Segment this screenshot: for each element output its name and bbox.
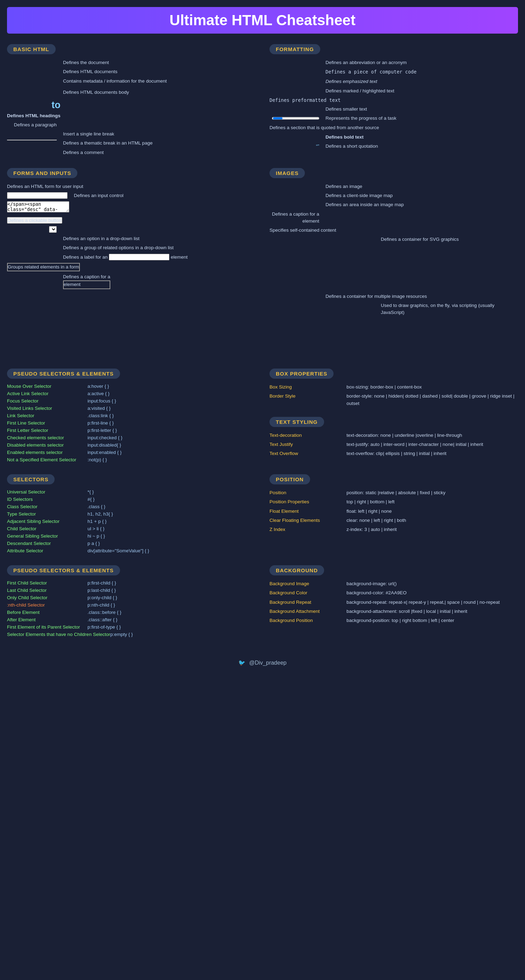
desc: clear: none | left | right | both: [347, 517, 406, 524]
desc: background-color: #2AA9EO: [347, 589, 407, 597]
sel-code: p a { }: [88, 541, 100, 546]
pseudo-code: :not(p) { }: [88, 457, 107, 462]
list-item: Only Child Selectorp:only-child { }: [7, 595, 256, 600]
desc: background-image: url(): [347, 580, 396, 587]
desc: box-sizing: border-box | content-box: [347, 383, 422, 391]
list-item: Child Selectorul > li { }: [7, 526, 256, 531]
desc: Defines an area inside an image map: [326, 201, 404, 208]
pseudo-bottom-section: PSEUDO SELECTORS & ELEMENTS First Child …: [7, 565, 256, 639]
formatting-section: FORMATTING Defines an abbreviation or an…: [269, 44, 518, 158]
table-row: Defines a drop-down list: [7, 226, 256, 233]
desc: Defines a section that is quoted from an…: [269, 125, 379, 130]
list-item: First Element of its Parent Selectorp:fi…: [7, 624, 256, 630]
pseudo-code: .class::before { }: [88, 610, 121, 615]
tag: Defines a paragraph: [7, 121, 63, 129]
list-item: Z Indexz-index: 3 | auto | inherit: [269, 526, 518, 533]
sel-code: ul > li { }: [88, 526, 104, 531]
tag: [269, 115, 326, 122]
list-item: Mouse Over Selectora:hover { }: [7, 383, 256, 389]
table-row: Defines an input control: [7, 192, 256, 199]
list-item: Background Colorbackground-color: #2AA9E…: [269, 589, 518, 597]
desc: text-justify: auto | inter-word | inter-…: [347, 441, 483, 448]
desc: Defines a label for an element: [63, 254, 188, 261]
table-row: Defines a piece of computer code: [269, 68, 518, 76]
table-row: Defines a container for multiple image r…: [269, 293, 518, 300]
list-item: Disabled elements selectorinput:disabled…: [7, 442, 256, 448]
table-row: Defines a label for an element: [7, 254, 256, 261]
table-row: Specifies self-contained content: [269, 227, 518, 234]
prop-label: Float Element: [269, 508, 347, 515]
table-row: Defines preformatted text: [269, 97, 518, 103]
desc: Used to draw graphics, on the fly, via s…: [381, 302, 518, 317]
desc: background-position: top | right bottom …: [347, 617, 454, 624]
twitter-handle: @Div_pradeep: [249, 660, 286, 666]
list-item: Position Propertiestop | right | bottom …: [269, 498, 518, 505]
table-row: Defines an HTML form for user input: [7, 183, 256, 190]
table-row: Defines an area inside an image map: [269, 201, 518, 208]
prop-label: Position: [269, 489, 347, 496]
pseudo-label: Link Selector: [7, 413, 88, 418]
desc: background-attachment: scroll |fixed | l…: [347, 608, 467, 615]
desc: top | right | bottom | left: [347, 498, 395, 505]
desc: Defines a piece of computer code: [326, 69, 417, 75]
desc: Contains metadata / information for the …: [63, 78, 167, 85]
list-item: Link Selector.class:link { }: [7, 413, 256, 418]
prop-label: Background Position: [269, 617, 347, 624]
pseudo-code: p:first-of-type { }: [88, 624, 121, 630]
list-item: First Letter Selectorp:first-letter { }: [7, 428, 256, 433]
desc: Defines HTML headings: [7, 113, 60, 118]
prop-label: Text Overflow: [269, 450, 347, 457]
list-item: Background Repeatbackground-repeat: repe…: [269, 599, 518, 606]
table-row: Defines smaller text: [269, 106, 518, 113]
prop-label: Text Justify: [269, 441, 347, 448]
basic-html-section: BASIC HTML Defines the documentDefines H…: [7, 44, 256, 158]
list-item: ID Selectors#{ }: [7, 496, 256, 502]
pseudo-code: p:only-child { }: [88, 595, 117, 600]
images-section: IMAGES Defines an imageDefines a client-…: [269, 168, 518, 359]
table-row: Defines a short quotation: [269, 143, 518, 150]
desc: Defines a comment: [63, 149, 103, 156]
prop-label: Position Properties: [269, 498, 347, 505]
desc: Represents the progress of a task: [326, 115, 396, 122]
desc: Specifies self-contained content: [269, 228, 336, 233]
twitter-icon: 🐦: [239, 660, 245, 666]
list-item: Text-decorationtext-decoration: none | u…: [269, 432, 518, 439]
prop-label: Background Color: [269, 589, 347, 597]
tag: Defines a drop-down list: [7, 226, 63, 233]
tag: Groups related elements in a form: [7, 263, 86, 271]
table-row: Defines a client-side image map: [269, 192, 518, 199]
text-styling-title: TEXT STYLING: [269, 417, 324, 427]
desc: border-style: none | hidden| dotted | da…: [347, 393, 518, 407]
list-item: Active Link Selectora:active { }: [7, 391, 256, 396]
basic-html-title: BASIC HTML: [7, 44, 56, 54]
selectors-title: SELECTORS: [7, 474, 55, 484]
box-properties-title: BOX PROPERTIES: [269, 369, 334, 379]
table-row: toDefines HTML headings: [7, 98, 256, 119]
desc: Groups related elements in a form: [8, 264, 79, 269]
sel-code: hi ~ p { }: [88, 533, 105, 539]
list-item: Border Styleborder-style: none | hidden|…: [269, 393, 518, 407]
tag: </span><span class="desc" data-name="des…: [7, 201, 76, 215]
prop-label: Background Attachment: [269, 608, 347, 615]
footer: 🐦 @Div_pradeep: [7, 656, 518, 670]
sel-label: ID Selectors: [7, 496, 88, 502]
sel-code: h1, h2, h3{ }: [88, 511, 113, 517]
formatting-title: FORMATTING: [269, 44, 320, 54]
desc: text-decoration: none | underline |overl…: [347, 432, 462, 439]
list-item: Adjacent Sibling Selectorh1 + p { }: [7, 519, 256, 524]
desc: Defines HTML documents body: [63, 89, 129, 96]
list-item: Background Positionbackground-position: …: [269, 617, 518, 624]
tag: [7, 192, 74, 199]
page-title: Ultimate HTML Cheatsheet: [7, 7, 518, 33]
desc: Defines a container for SVG graphics: [381, 236, 459, 243]
pseudo-label: Only Child Selector: [7, 595, 88, 600]
desc: z-index: 3 | auto | inherit: [347, 526, 397, 533]
pseudo-label: Visited Links Selector: [7, 406, 88, 411]
table-row: Used to draw graphics, on the fly, via s…: [269, 302, 518, 356]
list-item: Descendant Selectorp a { }: [7, 541, 256, 546]
list-item: Background Imagebackground-image: url(): [269, 580, 518, 587]
tag: [7, 244, 63, 250]
desc: Defines bold text: [326, 134, 364, 140]
tag: Defines a section that is quoted from an…: [269, 124, 385, 131]
pseudo-code: p:last-child { }: [88, 588, 116, 593]
